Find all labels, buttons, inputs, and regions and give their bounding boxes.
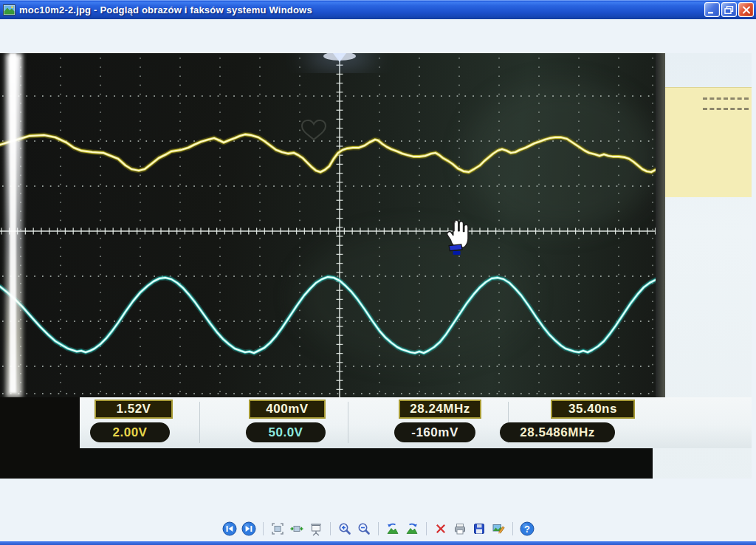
edit-image-icon[interactable] (491, 521, 506, 536)
viewer-toolbar: ? (0, 518, 756, 539)
readout-ch1-level: 1.52V (94, 400, 173, 419)
minimize-button[interactable] (704, 2, 720, 17)
help-icon[interactable]: ? (520, 521, 535, 536)
window-titlebar[interactable]: moc10m2-2.jpg - Podgląd obrazów i faksów… (0, 0, 756, 19)
toolbar-separator (263, 522, 264, 535)
zoom-out-icon[interactable] (357, 521, 371, 536)
toolbar-separator (330, 522, 331, 535)
rotate-counterclockwise-icon[interactable] (385, 521, 400, 536)
save-icon[interactable] (472, 521, 487, 536)
best-fit-icon[interactable] (270, 521, 285, 536)
readout-ch2-scale: 50.0V (246, 422, 326, 442)
toolbar-separator (426, 522, 427, 535)
next-image-icon[interactable] (241, 521, 256, 536)
readout-separator (199, 402, 200, 443)
graticule-and-traces (0, 53, 656, 397)
delete-icon[interactable] (433, 521, 448, 536)
readout-offset: -160mV (394, 422, 475, 442)
photo-oscilloscope[interactable]: 1.52V 400mV 28.24MHz 35.40ns 2.00V 50.0V… (0, 53, 752, 479)
bezel-markings (703, 97, 749, 100)
bezel-markings (703, 108, 749, 110)
readout-separator (348, 402, 348, 443)
svg-text:?: ? (524, 524, 530, 535)
restore-button[interactable] (721, 2, 737, 17)
readout-measured-frequency: 28.5486MHz (500, 422, 615, 442)
close-button[interactable] (738, 2, 754, 17)
hand-pan-cursor (441, 219, 471, 257)
minimize-icon (707, 6, 717, 14)
actual-size-icon[interactable] (289, 521, 304, 536)
app-icon (3, 4, 16, 16)
readout-amplitude: 400mV (249, 400, 326, 419)
rotate-clockwise-icon[interactable] (405, 521, 419, 536)
toolbar-separator (512, 522, 513, 535)
screen-glare (10, 53, 16, 393)
restore-icon (724, 6, 734, 14)
zoom-in-icon[interactable] (337, 521, 352, 536)
readout-period: 35.40ns (551, 400, 635, 419)
close-icon (742, 6, 751, 14)
screen-lower-shadow (0, 397, 80, 479)
readout-frequency: 28.24MHz (399, 400, 481, 419)
readout-ch1-scale: 2.00V (90, 422, 170, 442)
window-title: moc10m2-2.jpg - Podgląd obrazów i faksów… (19, 4, 312, 16)
toolbar-separator (378, 522, 379, 535)
taskbar-edge (0, 541, 756, 545)
desktop: { "window": { "title": "moc10m2-2.jpg - … (0, 0, 756, 545)
scope-bezel-label-area (664, 87, 752, 197)
previous-image-icon[interactable] (222, 521, 237, 536)
print-icon[interactable] (453, 521, 467, 536)
oscilloscope-screen (0, 53, 656, 397)
scope-readout-band: 1.52V 400mV 28.24MHz 35.40ns 2.00V 50.0V… (80, 397, 752, 448)
start-slideshow-icon[interactable] (309, 521, 323, 536)
